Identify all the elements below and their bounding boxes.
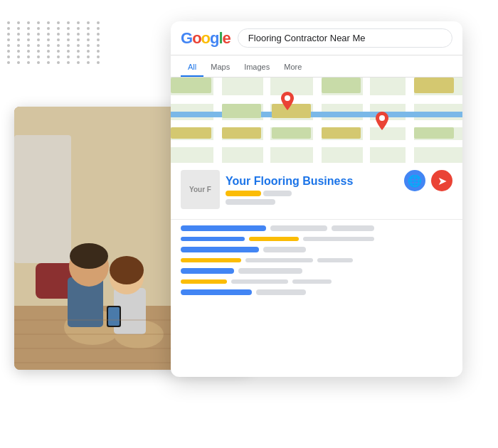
dot — [37, 33, 40, 36]
tab-images[interactable]: Images — [237, 60, 277, 77]
dot — [57, 61, 60, 64]
dot — [67, 33, 70, 36]
svg-rect-36 — [272, 104, 311, 118]
result-bar — [181, 258, 241, 262]
dot — [17, 33, 20, 36]
dot — [97, 33, 100, 36]
tab-maps[interactable]: Maps — [203, 60, 237, 77]
dot — [7, 38, 10, 41]
result-bar — [181, 225, 266, 231]
dot — [37, 61, 40, 64]
dot — [77, 55, 80, 58]
dot — [67, 44, 70, 47]
result-bar — [181, 268, 234, 274]
svg-point-16 — [110, 256, 144, 284]
dot — [77, 33, 80, 36]
dot — [27, 38, 30, 41]
svg-rect-37 — [322, 78, 361, 93]
svg-rect-32 — [363, 78, 370, 163]
result-bar — [245, 258, 313, 262]
search-bar[interactable]: Flooring Contractor Near Me — [238, 28, 452, 48]
dot — [47, 44, 50, 47]
dot — [87, 21, 90, 24]
result-bar — [263, 247, 306, 252]
dot — [67, 21, 70, 24]
svg-rect-42 — [414, 78, 454, 93]
dot — [97, 27, 100, 30]
svg-rect-38 — [222, 127, 261, 139]
dot — [87, 61, 90, 64]
dot — [37, 44, 40, 47]
dot — [27, 21, 30, 24]
dot — [17, 44, 20, 47]
svg-rect-30 — [263, 78, 270, 163]
dot — [27, 50, 30, 53]
svg-rect-44 — [171, 127, 211, 139]
dot — [47, 27, 50, 30]
serp-card: Google Flooring Contractor Near Me All M… — [171, 21, 462, 377]
dot — [87, 50, 90, 53]
dot — [97, 61, 100, 64]
svg-point-12 — [70, 243, 108, 269]
dot — [57, 50, 60, 53]
dot — [17, 38, 20, 41]
svg-rect-43 — [171, 78, 211, 93]
dot — [7, 55, 10, 58]
info-bar-2 — [226, 199, 275, 205]
dot — [97, 21, 100, 24]
map-section — [171, 78, 462, 163]
dot — [27, 61, 30, 64]
result-bar — [270, 225, 327, 231]
website-button[interactable]: 🌐 — [404, 170, 425, 191]
dot — [37, 55, 40, 58]
search-results-content — [171, 220, 462, 306]
svg-point-45 — [285, 95, 290, 101]
result-bar — [317, 258, 353, 262]
business-name: Your Flooring Business — [226, 175, 353, 188]
result-bar — [238, 268, 302, 274]
dot — [77, 44, 80, 47]
dot — [17, 50, 20, 53]
google-logo: Google — [181, 31, 231, 46]
svg-rect-3 — [14, 135, 71, 263]
info-bar — [263, 191, 292, 196]
dot — [37, 50, 40, 53]
dot — [87, 55, 90, 58]
result-bar — [181, 289, 252, 295]
dot — [87, 38, 90, 41]
dot-pattern — [7, 21, 92, 114]
dot — [77, 50, 80, 53]
svg-rect-34 — [171, 112, 462, 117]
result-bar — [231, 279, 288, 284]
dot — [17, 27, 20, 30]
dot — [57, 27, 60, 30]
result-bar — [292, 279, 332, 284]
dot — [77, 21, 80, 24]
business-actions: 🌐 ➤ — [404, 170, 452, 191]
dot — [7, 27, 10, 30]
result-bar — [303, 237, 374, 241]
svg-rect-18 — [108, 307, 120, 326]
dot — [67, 38, 70, 41]
dot — [67, 50, 70, 53]
dot — [77, 38, 80, 41]
dot — [37, 21, 40, 24]
tab-all[interactable]: All — [181, 60, 203, 77]
dot — [17, 21, 20, 24]
dot — [57, 33, 60, 36]
tab-more[interactable]: More — [277, 60, 309, 77]
dot — [7, 61, 10, 64]
serp-tabs: All Maps Images More — [171, 55, 462, 78]
svg-point-46 — [379, 115, 385, 121]
directions-button[interactable]: ➤ — [431, 170, 452, 191]
result-bar — [332, 225, 374, 231]
dot — [97, 55, 100, 58]
dot — [57, 55, 60, 58]
dot — [7, 50, 10, 53]
dot — [47, 21, 50, 24]
svg-rect-35 — [222, 104, 261, 118]
svg-rect-39 — [272, 127, 311, 139]
dot — [57, 38, 60, 41]
dot — [7, 21, 10, 24]
svg-rect-29 — [213, 78, 222, 163]
